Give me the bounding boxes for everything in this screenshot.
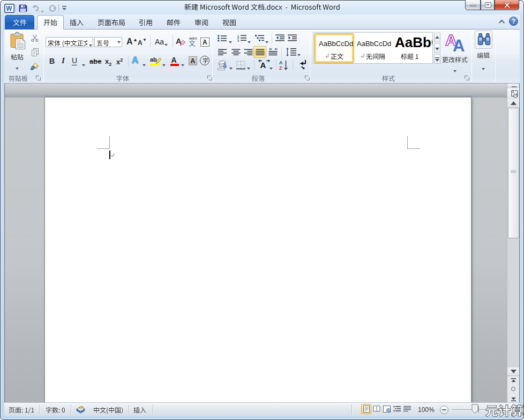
- svg-text:A: A: [260, 61, 266, 69]
- svg-text:ab: ab: [150, 56, 157, 63]
- svg-text:Z: Z: [279, 65, 282, 71]
- svg-text:A: A: [171, 56, 177, 64]
- svg-text:?: ?: [512, 18, 515, 25]
- svg-text:A: A: [279, 60, 283, 65]
- svg-text:A: A: [453, 36, 465, 52]
- svg-text:3: 3: [237, 39, 239, 42]
